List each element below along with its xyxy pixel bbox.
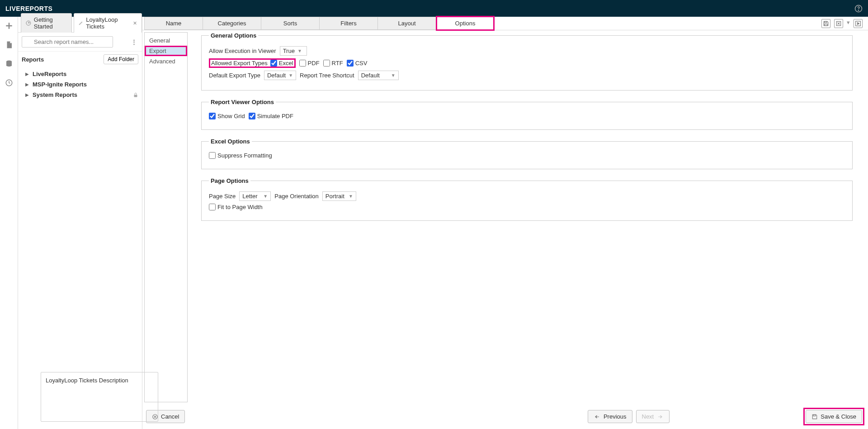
save-icon[interactable] (821, 19, 830, 28)
side-toolbar (0, 17, 18, 429)
caret-down-icon: ▼ (288, 73, 293, 78)
checkbox-suppress-formatting[interactable]: Suppress Formatting (209, 152, 272, 159)
orientation-label: Page Orientation (274, 193, 319, 200)
main-tab-layout[interactable]: Layout (377, 17, 436, 30)
tree-item-livereports[interactable]: ▶ LiveReports (18, 69, 142, 79)
main-tab-filters[interactable]: Filters (319, 17, 378, 30)
allowed-export-label: Allowed Export Types (211, 60, 268, 67)
options-sidebar: General Export Advanced (144, 32, 188, 402)
main-area: Name Categories Sorts Filters Layout Opt… (142, 17, 868, 429)
save-close-button[interactable]: Save & Close (806, 410, 862, 423)
chevron-right-icon: ▶ (25, 72, 30, 76)
allow-exec-label: Allow Execution in Viewer (209, 48, 276, 54)
default-export-label: Default Export Type (209, 72, 260, 79)
allow-exec-dropdown[interactable]: True ▼ (280, 46, 307, 56)
help-icon[interactable] (854, 5, 863, 13)
next-button: Next (636, 410, 670, 423)
export-icon[interactable] (834, 19, 843, 28)
caret-down-icon: ▼ (297, 48, 302, 53)
search-menu-icon[interactable]: ⋮ (129, 38, 138, 45)
tree-shortcut-label: Report Tree Shortcut (300, 72, 354, 79)
description-text: LoyaltyLoop Tickets Description (46, 377, 128, 384)
run-icon[interactable] (854, 19, 863, 28)
checkbox-csv[interactable]: CSV (347, 60, 368, 67)
previous-button[interactable]: Previous (588, 410, 632, 423)
main-tab-sorts[interactable]: Sorts (261, 17, 320, 30)
checkbox-rtf[interactable]: RTF (323, 60, 343, 67)
tab-loyalty-tickets[interactable]: LoyaltyLoop Tickets ✕ (74, 13, 142, 33)
viewer-options-section: Report Viewer Options Show Grid Simulate… (201, 99, 853, 130)
chevron-right-icon: ▶ (25, 82, 30, 87)
checkbox-pdf[interactable]: PDF (299, 60, 320, 67)
pencil-icon (79, 20, 83, 26)
arrow-left-icon (594, 414, 601, 419)
svg-point-1 (858, 10, 859, 10)
left-panel: Getting Started LoyaltyLoop Tickets ✕ ⋮ … (18, 17, 142, 429)
document-tabs: Getting Started LoyaltyLoop Tickets ✕ (18, 17, 142, 33)
orientation-dropdown[interactable]: Portrait ▼ (322, 191, 356, 201)
dropdown-caret-icon[interactable]: ▾ (847, 19, 850, 28)
close-icon[interactable]: ✕ (133, 20, 137, 26)
default-export-dropdown[interactable]: Default ▼ (264, 71, 296, 80)
options-sidebar-export[interactable]: Export (145, 46, 187, 56)
checkbox-excel[interactable]: Excel (270, 60, 293, 67)
svg-rect-6 (134, 95, 137, 97)
caret-down-icon: ▼ (391, 73, 396, 78)
general-options-section: General Options Allow Execution in Viewe… (201, 32, 853, 91)
description-box: LoyaltyLoop Tickets Description (41, 372, 158, 422)
tab-getting-started[interactable]: Getting Started (21, 13, 72, 33)
main-tab-categories[interactable]: Categories (203, 17, 261, 30)
footer-bar: Cancel Previous Next Save & Close (142, 404, 868, 429)
document-icon[interactable] (4, 39, 14, 50)
main-tabs-bar: Name Categories Sorts Filters Layout Opt… (142, 17, 868, 30)
options-sidebar-general[interactable]: General (145, 35, 187, 46)
search-input[interactable] (22, 36, 113, 48)
svg-rect-12 (813, 415, 816, 416)
plus-icon[interactable] (4, 20, 14, 31)
checkbox-simulate-pdf[interactable]: Simulate PDF (249, 113, 293, 119)
svg-rect-8 (825, 24, 827, 26)
reports-heading: Reports (22, 56, 44, 63)
tab-label: Getting Started (34, 16, 67, 30)
tree-shortcut-dropdown[interactable]: Default ▼ (358, 71, 399, 80)
database-icon[interactable] (4, 58, 14, 69)
arrow-right-icon (656, 414, 664, 419)
clock-icon[interactable] (4, 77, 14, 88)
section-legend: Excel Options (209, 138, 252, 145)
section-legend: Report Viewer Options (209, 99, 276, 105)
lock-icon (133, 92, 138, 98)
tree-item-system-reports[interactable]: ▶ System Reports (18, 90, 142, 100)
main-tab-name[interactable]: Name (144, 17, 203, 30)
page-size-dropdown[interactable]: Letter ▼ (239, 191, 271, 201)
save-icon (811, 414, 818, 420)
app-title: LIVEREPORTS (5, 5, 52, 12)
section-legend: General Options (209, 32, 258, 39)
checkbox-fit-page-width[interactable]: Fit to Page Width (209, 204, 263, 210)
tree-item-msp-ignite[interactable]: ▶ MSP-Ignite Reports (18, 79, 142, 90)
caret-down-icon: ▼ (263, 194, 268, 199)
caret-down-icon: ▼ (349, 194, 353, 199)
tab-label: LoyaltyLoop Tickets (86, 16, 128, 30)
excel-options-section: Excel Options Suppress Formatting (201, 138, 853, 169)
svg-rect-7 (825, 21, 827, 23)
launch-icon (26, 20, 31, 26)
page-size-label: Page Size (209, 193, 236, 200)
page-options-section: Page Options Page Size Letter ▼ Page Ori… (201, 177, 853, 221)
section-legend: Page Options (209, 177, 250, 184)
options-body: General Options Allow Execution in Viewe… (188, 32, 866, 402)
search-input-wrap (22, 36, 127, 48)
checkbox-show-grid[interactable]: Show Grid (209, 113, 245, 119)
main-tab-options[interactable]: Options (436, 16, 495, 31)
report-tree: ▶ LiveReports ▶ MSP-Ignite Reports ▶ Sys… (18, 67, 142, 102)
chevron-right-icon: ▶ (25, 92, 30, 97)
add-folder-button[interactable]: Add Folder (104, 54, 138, 64)
options-sidebar-advanced[interactable]: Advanced (145, 56, 187, 67)
